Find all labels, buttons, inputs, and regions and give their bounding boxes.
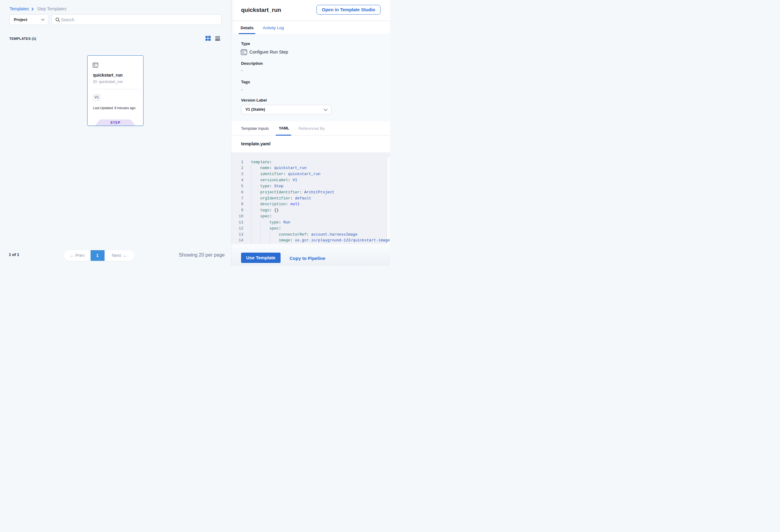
svg-text:STEP: STEP [111, 121, 121, 124]
